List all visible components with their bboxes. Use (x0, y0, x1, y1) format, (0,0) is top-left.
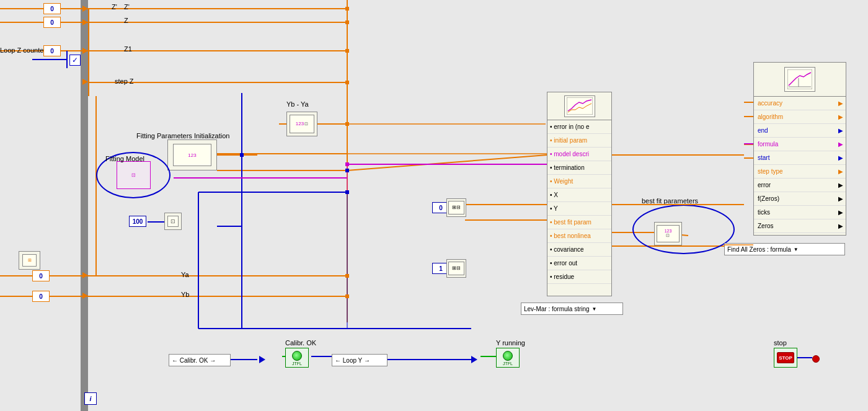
svg-rect-51 (345, 190, 349, 194)
right-panel-accuracy: accuracy▶ (754, 97, 846, 110)
nlfit-port-initial-param: • initial param (547, 134, 611, 148)
fitting-model-label: Fitting Model (105, 155, 144, 162)
z-prime-value[interactable]: 0 (43, 3, 61, 14)
y-running-title: Y running (496, 339, 525, 347)
svg-rect-55 (345, 49, 349, 53)
calibr-ok-led (292, 351, 302, 361)
array-index-0-block[interactable]: ⊞⊟ (446, 198, 466, 217)
calibr-ok-arrow (259, 356, 265, 363)
calibr-ok-title: Calibr. OK (285, 339, 316, 347)
stop-title: stop (774, 339, 787, 347)
red-dot (812, 355, 820, 363)
find-all-zeros-arrow: ▼ (794, 247, 799, 252)
svg-rect-52 (240, 153, 244, 157)
nlfit-icon[interactable] (564, 95, 595, 117)
nlfit-port-x: • X (547, 188, 611, 202)
nlfit-port-best-fit-param: • best fit param (547, 216, 611, 229)
nlfit-port-model-descri: • model descri (547, 148, 611, 161)
best-fit-params-circle (632, 205, 735, 254)
z-prime-text: Z' (124, 3, 130, 11)
iteration-block[interactable]: ⊡ (164, 213, 182, 230)
loop-y-dropdown[interactable]: ← Loop Y → (332, 354, 388, 366)
svg-rect-50 (345, 169, 349, 172)
nlfit-port-best-nonlinear: • best nonlinea (547, 229, 611, 243)
right-panel-icon[interactable] (784, 67, 815, 92)
nlfit-header (547, 92, 611, 120)
stop-label: STOP (779, 355, 792, 361)
nlfit-block: • error in (no e • initial param • model… (547, 92, 612, 296)
nlfit-port-residue: • residue (547, 270, 611, 284)
ya-arrow (82, 272, 88, 278)
fitting-model-block[interactable]: ⊡ (117, 161, 151, 189)
lev-mar-label: Lev-Mar : formula string (524, 306, 590, 312)
right-panel-end: end▶ (754, 124, 846, 138)
hundred-value[interactable]: 100 (129, 216, 146, 227)
right-panel-algorithm: algorithm▶ (754, 110, 846, 124)
right-panel-zeros: Zeros▶ (754, 219, 846, 233)
nlfit-port-termination: • termination (547, 161, 611, 175)
calibr-ok-dropdown[interactable]: ← Calibr. OK → (169, 354, 231, 366)
stop-indicator[interactable]: STOP (774, 348, 797, 368)
nlfit-port-error-out: • error out (547, 257, 611, 270)
calibr-ok-indicator[interactable]: JTFL (285, 348, 309, 368)
svg-line-9 (347, 155, 547, 170)
step-z-arrow (82, 79, 88, 85)
svg-rect-54 (345, 20, 349, 24)
yb-arrow (82, 293, 88, 299)
find-all-zeros-label: Find All Zeros : formula (727, 246, 791, 253)
z1-arrow (82, 48, 88, 54)
best-fit-params-label: best fit parameters (642, 197, 698, 205)
ya-label: Ya (181, 271, 189, 278)
svg-rect-53 (345, 7, 349, 11)
array-constant-block[interactable]: ⊞ (19, 251, 40, 270)
yb-ya-block[interactable]: 123 ⊡ (286, 112, 317, 136)
z-prime-label: Z' (112, 3, 117, 11)
z-label: Z (124, 17, 128, 24)
right-panel-block: accuracy▶ algorithm▶ end▶ formula▶ start… (753, 62, 846, 236)
right-panel-start: start▶ (754, 151, 846, 165)
nlfit-port-weight: • Weight (547, 175, 611, 188)
y-running-jtfl-label: JTFL (503, 361, 513, 366)
nlfit-port-y: • Y (547, 202, 611, 216)
step-z-label: step Z (115, 77, 134, 85)
right-panel-step-type: step type▶ (754, 165, 846, 179)
svg-rect-56 (345, 81, 349, 84)
svg-rect-62 (787, 69, 812, 89)
main-canvas: Z' Z' Z Loop Z counter Z1 step Z Ya Yb 0… (0, 0, 868, 411)
loop-z-counter-label: Loop Z counter (0, 46, 46, 54)
y-running-led (503, 351, 513, 361)
yb-label: Yb (181, 291, 189, 298)
array-index-1-block[interactable]: ⊞⊟ (446, 259, 466, 278)
left-bar (81, 0, 88, 411)
z-value[interactable]: 0 (43, 17, 61, 28)
loop-y-arrow (471, 356, 477, 363)
y-running-indicator[interactable]: JTFL (496, 348, 520, 368)
right-panel-formula: formula▶ (754, 138, 846, 151)
z1-label: Z1 (124, 45, 132, 53)
loop-z-value[interactable]: 0 (43, 45, 61, 56)
z-arrow (82, 19, 88, 25)
info-box[interactable]: i (84, 392, 97, 405)
svg-rect-58 (345, 274, 349, 278)
fitting-params-init-label: Fitting Parameters Initialization (136, 132, 229, 139)
lev-mar-dropdown[interactable]: Lev-Mar : formula string ▼ (521, 303, 623, 315)
loop-z-checkbox[interactable]: ✓ (69, 55, 81, 66)
nlfit-port-covariance: • covariance (547, 243, 611, 257)
svg-rect-59 (345, 294, 349, 298)
right-panel-error: error▶ (754, 179, 846, 192)
calibr-ok-label: ← Calibr. OK → (172, 357, 216, 364)
right-panel-fzeros: f(Zeros)▶ (754, 192, 846, 206)
stop-button[interactable]: STOP (777, 352, 794, 363)
ya-value[interactable]: 0 (32, 270, 50, 281)
svg-rect-60 (345, 162, 349, 166)
svg-rect-61 (567, 97, 593, 115)
best-fit-param-block[interactable]: 123 ⊡ (654, 222, 682, 245)
svg-rect-57 (345, 122, 349, 126)
right-panel-header (754, 63, 846, 97)
z-prime-arrow (82, 6, 88, 12)
find-all-zeros-dropdown[interactable]: Find All Zeros : formula ▼ (724, 243, 845, 255)
fitting-params-block[interactable]: 123 (167, 139, 217, 170)
yb-value[interactable]: 0 (32, 291, 50, 302)
calibr-ok-jtfl-label: JTFL (292, 361, 302, 366)
right-panel-ticks: ticks▶ (754, 206, 846, 219)
